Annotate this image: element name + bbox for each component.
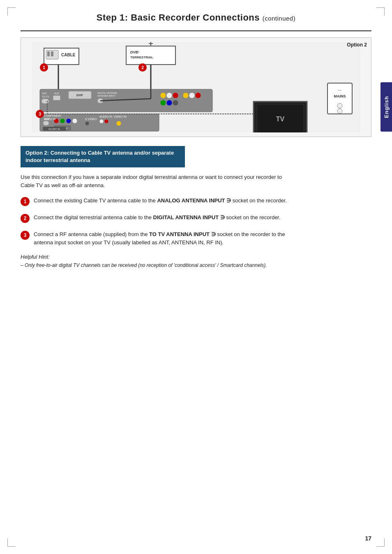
hint-text: – Only free-to-air digital TV channels c… [21, 262, 288, 269]
svg-point-46 [60, 118, 65, 123]
step-3: 3 Connect a RF antenna cable (supplied) … [21, 230, 288, 246]
corner-mark-tr [376, 7, 385, 16]
diagram-box: Option 2 CABLE 1 DVB T TERRESTRIAL [21, 37, 371, 137]
corner-mark-br [376, 538, 385, 547]
step-text-1: Connect the existing Cable TV antenna ca… [34, 197, 287, 205]
hint-section: Helpful Hint: – Only free-to-air digital… [21, 254, 288, 269]
svg-text:DVB: DVB [130, 50, 138, 54]
svg-text:AUX: AUX [54, 92, 59, 95]
option2-label: Option 2 [347, 42, 367, 48]
svg-point-34 [160, 100, 166, 106]
page-number: 17 [365, 535, 371, 542]
svg-point-57 [104, 119, 108, 123]
svg-text:VIDEO IN: VIDEO IN [44, 118, 56, 121]
svg-text:COMPONENT: COMPONENT [44, 114, 61, 117]
step-1: 1 Connect the existing Cable TV antenna … [21, 197, 288, 206]
svg-rect-3 [47, 51, 50, 56]
option-box-text: Option 2: Connecting to Cable TV antenna… [25, 150, 174, 163]
step-number-3: 3 [21, 231, 30, 240]
svg-text:—: — [338, 88, 342, 92]
svg-text:S.VIDEO: S.VIDEO [85, 118, 97, 121]
svg-text:T: T [138, 51, 140, 53]
description-text: Use this connection if you have a separa… [21, 173, 288, 189]
svg-text:1: 1 [43, 65, 45, 70]
svg-rect-44 [43, 121, 49, 125]
svg-point-37 [183, 93, 189, 98]
svg-point-36 [173, 100, 178, 106]
svg-text:TO TV: TO TV [42, 95, 49, 98]
corner-mark-bl [7, 538, 16, 547]
svg-point-56 [99, 119, 104, 123]
svg-text:TERRESTRIAL: TERRESTRIAL [130, 56, 153, 59]
svg-point-35 [166, 100, 172, 106]
side-tab-english: English [380, 82, 392, 132]
step-2: 2 Connect the digital terrestrial antenn… [21, 213, 288, 223]
hint-title: Helpful Hint: [21, 254, 288, 260]
svg-text:SCART IN: SCART IN [48, 128, 60, 130]
svg-point-39 [195, 93, 201, 98]
page-title: Step 1: Basic Recorder Connections (cont… [21, 12, 371, 23]
svg-point-47 [66, 118, 71, 123]
title-divider [21, 30, 371, 31]
svg-text:VIDEO IN: VIDEO IN [114, 115, 127, 118]
svg-point-73 [337, 109, 342, 114]
svg-text:TV: TV [276, 116, 285, 123]
svg-text:ANTENNA INPUT: ANTENNA INPUT [97, 95, 116, 97]
svg-point-32 [166, 93, 172, 98]
option-box: Option 2: Connecting to Cable TV antenna… [21, 146, 185, 167]
svg-text:CABLE: CABLE [61, 53, 76, 57]
svg-point-38 [189, 93, 195, 98]
svg-point-31 [160, 93, 166, 98]
svg-text:MAINS: MAINS [334, 94, 346, 98]
svg-text:ANT: ANT [42, 92, 47, 95]
side-tab-label: English [383, 96, 390, 118]
svg-point-54 [85, 121, 89, 125]
page-content: Step 1: Basic Recorder Connections (cont… [0, 0, 392, 281]
svg-text:AUDIO IN: AUDIO IN [99, 115, 112, 118]
svg-point-33 [173, 93, 178, 98]
diagram-svg: CABLE 1 DVB T TERRESTRIAL 2 DVF [27, 42, 365, 132]
svg-text:3: 3 [39, 111, 41, 116]
step-text-2: Connect the digital terrestrial antenna … [34, 213, 281, 222]
svg-text:DVF: DVF [76, 93, 83, 97]
step-text-3: Connect a RF antenna cable (supplied) fr… [34, 230, 288, 246]
svg-rect-25 [53, 95, 60, 100]
svg-text:DIGITAL ANTENNA: DIGITAL ANTENNA [97, 92, 118, 94]
step-number-2: 2 [21, 214, 30, 223]
svg-point-48 [72, 118, 77, 123]
svg-rect-4 [51, 51, 53, 56]
svg-point-72 [337, 103, 342, 108]
svg-point-59 [116, 121, 121, 126]
svg-text:2: 2 [141, 65, 144, 70]
svg-rect-23 [42, 99, 49, 104]
corner-mark-tl [7, 7, 16, 16]
step-number-1: 1 [21, 197, 30, 206]
